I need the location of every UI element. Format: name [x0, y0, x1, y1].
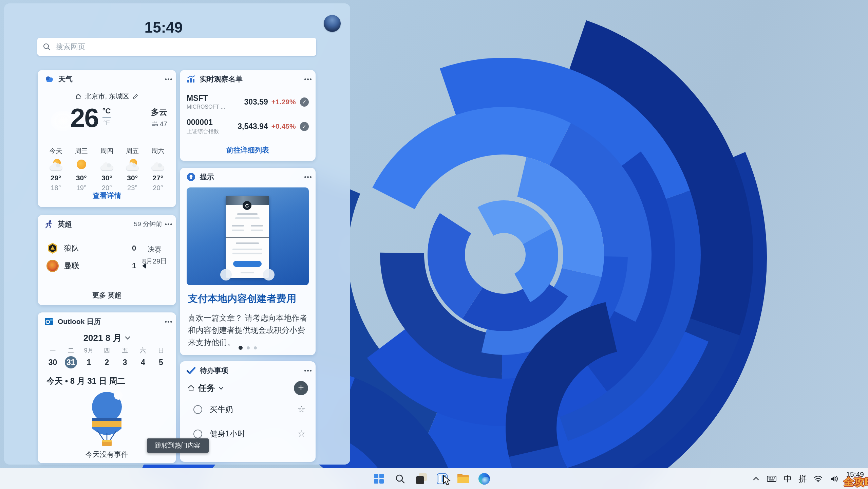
taskbar-center-icons: [373, 472, 491, 485]
man-united-team-badge-icon: [46, 260, 59, 272]
page-dot-icon[interactable]: [239, 346, 243, 350]
ime-language-button[interactable]: 中: [784, 473, 792, 484]
file-explorer-button[interactable]: [457, 472, 470, 485]
calendar-day[interactable]: 1: [80, 356, 98, 369]
network-button[interactable]: [813, 475, 823, 483]
air-quality-icon: [152, 122, 158, 127]
watchlist-widget: 实时观察名单 MSFT MICROSOFT ... 303.59 +1.29% …: [180, 70, 316, 161]
weather-cloud-icon: [44, 75, 54, 83]
hot-air-balloon-illustration: [87, 390, 127, 448]
more-options-icon[interactable]: [168, 78, 169, 80]
home-icon: [187, 385, 195, 392]
task-label: 健身1小时: [210, 429, 245, 439]
start-button[interactable]: [373, 472, 385, 485]
calendar-day[interactable]: 30: [44, 356, 62, 369]
forecast-day[interactable]: 周三 30° 19°: [69, 147, 94, 192]
tips-pagination: [180, 346, 316, 350]
sunny-icon: [74, 159, 89, 171]
volume-button[interactable]: [830, 475, 839, 483]
edit-pencil-icon[interactable]: [132, 93, 138, 99]
task-complete-circle[interactable]: [193, 405, 202, 414]
chevron-up-icon: [752, 476, 760, 482]
watchlist-details-link[interactable]: 前往详细列表: [180, 145, 316, 155]
desktop: 15:49 天气 北京市, 东城区 26 °C °F: [0, 0, 868, 489]
ime-mode-button[interactable]: 拼: [798, 473, 807, 484]
runner-icon: [44, 220, 53, 229]
match-team-row[interactable]: 狼队 0: [46, 241, 148, 255]
weather-details-link[interactable]: 查看详情: [38, 191, 176, 200]
task-list-selector[interactable]: 任务: [187, 382, 308, 394]
celsius-label[interactable]: °C: [102, 107, 111, 118]
task-complete-circle[interactable]: [193, 430, 202, 438]
touch-keyboard-button[interactable]: [767, 475, 777, 483]
fahrenheit-label[interactable]: °F: [102, 118, 111, 127]
forecast-day[interactable]: 周四 30° 20°: [94, 147, 119, 192]
tip-headline-link[interactable]: 支付本地内容创建者费用: [188, 292, 307, 306]
stock-row[interactable]: 000001 上证综合指数 3,543.94 +0.45%: [187, 117, 309, 136]
stock-price: 3,543.94: [232, 122, 268, 131]
task-list-name: 任务: [198, 382, 215, 394]
home-icon: [75, 93, 81, 99]
more-options-icon[interactable]: [307, 370, 309, 372]
unit-toggle[interactable]: °C °F: [102, 103, 111, 127]
stocks-chart-icon: [187, 75, 195, 83]
calendar-day[interactable]: 5: [152, 356, 170, 369]
page-dot-icon[interactable]: [247, 346, 250, 349]
tray-overflow-button[interactable]: [752, 476, 760, 482]
more-sports-link[interactable]: 更多 英超: [38, 291, 176, 300]
team-score: 1: [132, 261, 136, 270]
user-avatar[interactable]: [324, 15, 341, 32]
calendar-day-selected[interactable]: 31: [62, 356, 80, 369]
widgets-panel: 15:49 天气 北京市, 东城区 26 °C °F: [4, 3, 350, 465]
search-input[interactable]: [56, 42, 311, 51]
page-dot-icon[interactable]: [254, 346, 257, 349]
watchlist-check-badge-icon[interactable]: [300, 97, 309, 107]
folder-icon: [457, 474, 469, 484]
task-row[interactable]: 健身1小时: [193, 429, 305, 439]
partly-cloudy-icon: [125, 159, 140, 171]
current-temperature: 26 °C °F: [70, 103, 111, 132]
calendar-day[interactable]: 4: [134, 356, 152, 369]
more-options-icon[interactable]: [307, 78, 309, 80]
condition-label: 多云: [151, 107, 167, 117]
month-selector[interactable]: 2021 8 月: [38, 332, 176, 344]
more-options-icon[interactable]: [168, 223, 169, 225]
cloudy-icon: [150, 159, 165, 171]
forecast-day[interactable]: 周五 30° 23°: [120, 147, 145, 192]
task-view-button[interactable]: [415, 472, 428, 485]
search-bar[interactable]: [37, 38, 316, 56]
stock-row[interactable]: MSFT MICROSOFT ... 303.59 +1.29%: [187, 92, 309, 111]
star-icon[interactable]: [298, 404, 305, 415]
search-icon: [395, 474, 405, 484]
match-team-row[interactable]: 曼联 1: [46, 259, 148, 273]
task-row[interactable]: 买牛奶: [193, 404, 305, 415]
tip-article-image[interactable]: [187, 187, 309, 285]
star-icon[interactable]: [298, 429, 305, 439]
video-watermark: 全攻略: [844, 475, 868, 489]
task-label: 买牛奶: [210, 404, 233, 415]
todo-check-icon: [187, 367, 195, 374]
wifi-icon: [813, 475, 823, 483]
watchlist-check-badge-icon[interactable]: [300, 122, 309, 131]
panel-clock: 15:49: [4, 19, 323, 36]
calendar-day[interactable]: 2: [98, 356, 116, 369]
add-task-button[interactable]: [294, 381, 308, 395]
tip-image-button: [233, 261, 262, 267]
edge-button[interactable]: [478, 472, 491, 485]
widget-title: 英超: [58, 219, 72, 229]
forecast-day[interactable]: 今天 29° 18°: [43, 147, 69, 192]
more-options-icon[interactable]: [168, 321, 169, 323]
forecast-day[interactable]: 周六 27° 20°: [145, 147, 171, 192]
lightbulb-icon: [187, 173, 195, 181]
calendar-day[interactable]: 3: [116, 356, 134, 369]
weekday-header-row: 一二9月四五六日: [44, 346, 170, 355]
weather-location-row[interactable]: 北京市, 东城区: [38, 92, 176, 101]
calendar-day-row: 30 31 1 2 3 4 5: [44, 356, 170, 369]
more-options-icon[interactable]: [307, 176, 309, 178]
widget-title: 提示: [200, 172, 214, 182]
tip-image-logo: [243, 201, 251, 210]
weather-location: 北京市, 东城区: [84, 92, 129, 101]
tip-body-text: 喜欢一篇文章？ 请考虑向本地作者和内容创建者提供现金或积分小费来支持他们。: [188, 312, 307, 348]
taskbar-search-button[interactable]: [394, 472, 407, 485]
widget-title: Outlook 日历: [58, 317, 101, 326]
